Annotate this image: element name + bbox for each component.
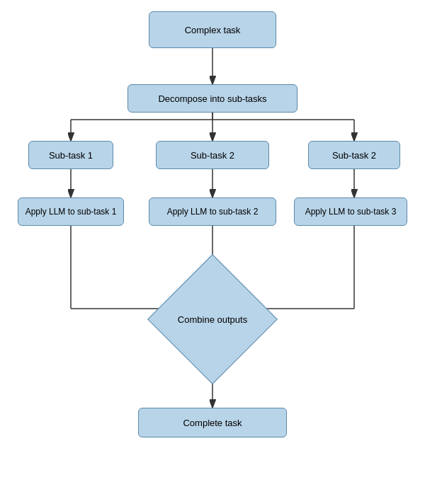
decompose-box: Decompose into sub-tasks — [128, 84, 298, 113]
complex-task-box: Complex task — [149, 11, 276, 48]
complete-task-box: Complete task — [138, 408, 287, 437]
llm1-box: Apply LLM to sub-task 1 — [18, 197, 124, 226]
subtask1-box: Sub-task 1 — [28, 141, 113, 169]
combine-diamond-wrapper: Combine outputs — [166, 273, 259, 365]
llm2-box: Apply LLM to sub-task 2 — [149, 197, 276, 226]
subtask2-box: Sub-task 2 — [156, 141, 269, 169]
llm3-box: Apply LLM to sub-task 3 — [294, 197, 407, 226]
combine-label: Combine outputs — [166, 273, 259, 365]
flowchart-diagram: Complex task Decompose into sub-tasks Su… — [14, 4, 411, 500]
subtask3-box: Sub-task 2 — [308, 141, 400, 169]
